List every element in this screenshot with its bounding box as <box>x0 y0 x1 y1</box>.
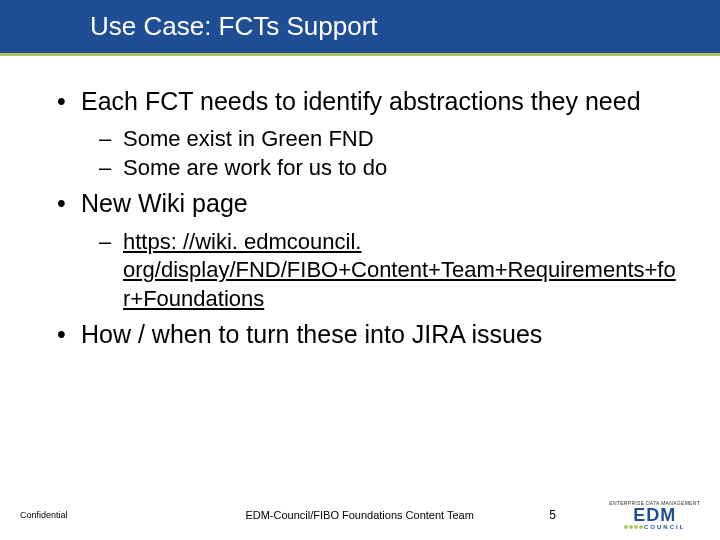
sub-bullet-text: Some are work for us to do <box>123 155 387 180</box>
content-area: Each FCT needs to identify abstractions … <box>0 56 720 351</box>
edm-logo: ENTERPRISE DATA MANAGEMENT EDM COUNCIL <box>609 500 700 530</box>
bullet-list: Each FCT needs to identify abstractions … <box>55 86 680 351</box>
bullet-text: How / when to turn these into JIRA issue… <box>81 320 542 348</box>
list-item: Some are work for us to do <box>81 154 680 183</box>
list-item: Some exist in Green FND <box>81 125 680 154</box>
sub-bullet-text: Some exist in Green FND <box>123 126 374 151</box>
logo-main-text: EDM <box>633 507 676 523</box>
bullet-text: New Wiki page <box>81 189 248 217</box>
slide-title: Use Case: FCTs Support <box>90 11 378 42</box>
page-number: 5 <box>549 508 609 522</box>
logo-council-text: COUNCIL <box>644 524 685 530</box>
logo-dots-icon <box>624 525 643 529</box>
confidential-label: Confidential <box>20 510 130 520</box>
logo-sub: COUNCIL <box>624 524 685 530</box>
list-item: Each FCT needs to identify abstractions … <box>55 86 680 182</box>
list-item: https: //wiki. edmcouncil. org/display/F… <box>81 228 680 314</box>
list-item: New Wiki page https: //wiki. edmcouncil.… <box>55 188 680 313</box>
wiki-link[interactable]: https: //wiki. edmcouncil. org/display/F… <box>123 229 676 311</box>
sub-list: https: //wiki. edmcouncil. org/display/F… <box>81 228 680 314</box>
bullet-text: Each FCT needs to identify abstractions … <box>81 87 641 115</box>
title-band: Use Case: FCTs Support <box>0 0 720 56</box>
footer: Confidential EDM-Council/FIBO Foundation… <box>0 500 720 530</box>
list-item: How / when to turn these into JIRA issue… <box>55 319 680 350</box>
sub-list: Some exist in Green FND Some are work fo… <box>81 125 680 182</box>
footer-center-text: EDM-Council/FIBO Foundations Content Tea… <box>130 509 549 521</box>
